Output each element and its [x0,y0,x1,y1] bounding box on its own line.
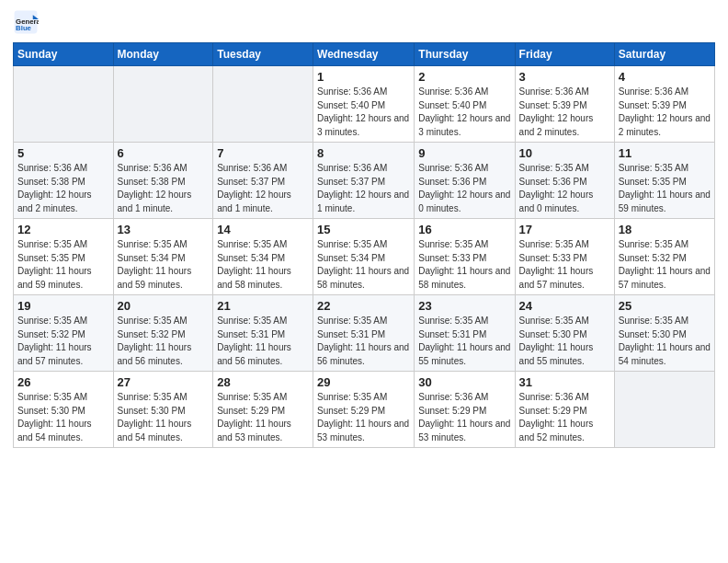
day-number: 9 [418,146,510,160]
day-number: 31 [519,375,610,389]
day-cell: 8Sunrise: 5:36 AM Sunset: 5:37 PM Daylig… [313,143,415,219]
day-cell: 19Sunrise: 5:35 AM Sunset: 5:32 PM Dayli… [14,295,114,372]
day-cell: 13Sunrise: 5:35 AM Sunset: 5:34 PM Dayli… [113,219,213,295]
day-number: 14 [217,223,309,236]
day-number: 12 [17,223,109,236]
day-number: 19 [17,299,109,313]
day-cell: 28Sunrise: 5:35 AM Sunset: 5:29 PM Dayli… [213,372,313,448]
day-cell: 30Sunrise: 5:36 AM Sunset: 5:29 PM Dayli… [415,372,515,448]
weekday-header-row: SundayMondayTuesdayWednesdayThursdayFrid… [14,43,715,66]
day-info: Sunrise: 5:35 AM Sunset: 5:32 PM Dayligh… [17,315,109,368]
day-cell: 14Sunrise: 5:35 AM Sunset: 5:34 PM Dayli… [213,219,313,295]
week-row-1: 1Sunrise: 5:36 AM Sunset: 5:40 PM Daylig… [14,66,715,143]
day-number: 29 [317,375,410,389]
day-info: Sunrise: 5:35 AM Sunset: 5:34 PM Dayligh… [317,238,410,292]
day-info: Sunrise: 5:35 AM Sunset: 5:29 PM Dayligh… [317,391,410,444]
day-cell: 22Sunrise: 5:35 AM Sunset: 5:31 PM Dayli… [313,295,415,372]
weekday-header-wednesday: Wednesday [313,43,415,66]
day-info: Sunrise: 5:36 AM Sunset: 5:29 PM Dayligh… [418,391,510,444]
day-number: 27 [118,375,210,389]
day-info: Sunrise: 5:35 AM Sunset: 5:33 PM Dayligh… [519,238,610,292]
day-info: Sunrise: 5:35 AM Sunset: 5:34 PM Dayligh… [217,238,309,292]
day-cell: 15Sunrise: 5:35 AM Sunset: 5:34 PM Dayli… [313,219,415,295]
day-cell [614,372,714,448]
day-number: 20 [118,299,210,313]
logo-icon: General Blue [13,9,39,35]
day-cell: 2Sunrise: 5:36 AM Sunset: 5:40 PM Daylig… [415,66,515,143]
day-info: Sunrise: 5:36 AM Sunset: 5:37 PM Dayligh… [317,162,410,215]
day-cell: 27Sunrise: 5:35 AM Sunset: 5:30 PM Dayli… [113,372,213,448]
day-info: Sunrise: 5:35 AM Sunset: 5:32 PM Dayligh… [619,238,711,292]
day-info: Sunrise: 5:35 AM Sunset: 5:33 PM Dayligh… [418,238,510,292]
day-cell: 20Sunrise: 5:35 AM Sunset: 5:32 PM Dayli… [113,295,213,372]
day-info: Sunrise: 5:36 AM Sunset: 5:29 PM Dayligh… [519,391,610,444]
day-number: 17 [519,223,610,236]
logo: General Blue [13,9,42,35]
day-cell: 31Sunrise: 5:36 AM Sunset: 5:29 PM Dayli… [515,372,614,448]
day-number: 21 [217,299,309,313]
day-cell: 29Sunrise: 5:35 AM Sunset: 5:29 PM Dayli… [313,372,415,448]
day-info: Sunrise: 5:35 AM Sunset: 5:31 PM Dayligh… [317,315,410,368]
day-info: Sunrise: 5:35 AM Sunset: 5:35 PM Dayligh… [619,162,711,215]
day-cell [14,66,114,143]
day-number: 10 [519,146,610,160]
day-cell: 24Sunrise: 5:35 AM Sunset: 5:30 PM Dayli… [515,295,614,372]
day-number: 24 [519,299,610,313]
day-cell: 10Sunrise: 5:35 AM Sunset: 5:36 PM Dayli… [515,143,614,219]
day-cell: 17Sunrise: 5:35 AM Sunset: 5:33 PM Dayli… [515,219,614,295]
day-number: 1 [317,70,410,84]
day-info: Sunrise: 5:35 AM Sunset: 5:35 PM Dayligh… [17,238,109,292]
day-cell: 23Sunrise: 5:35 AM Sunset: 5:31 PM Dayli… [415,295,515,372]
day-number: 18 [619,223,711,236]
day-info: Sunrise: 5:35 AM Sunset: 5:30 PM Dayligh… [17,391,109,444]
day-cell: 7Sunrise: 5:36 AM Sunset: 5:37 PM Daylig… [213,143,313,219]
day-cell: 6Sunrise: 5:36 AM Sunset: 5:38 PM Daylig… [113,143,213,219]
day-cell: 3Sunrise: 5:36 AM Sunset: 5:39 PM Daylig… [515,66,614,143]
day-number: 6 [118,146,210,160]
week-row-4: 19Sunrise: 5:35 AM Sunset: 5:32 PM Dayli… [14,295,715,372]
svg-text:Blue: Blue [16,24,32,32]
day-cell: 4Sunrise: 5:36 AM Sunset: 5:39 PM Daylig… [614,66,714,143]
page: General Blue SundayMondayTuesdayWednesda… [0,0,728,563]
weekday-header-tuesday: Tuesday [213,43,313,66]
day-number: 2 [418,70,510,84]
day-cell: 16Sunrise: 5:35 AM Sunset: 5:33 PM Dayli… [415,219,515,295]
day-number: 26 [17,375,109,389]
day-cell: 26Sunrise: 5:35 AM Sunset: 5:30 PM Dayli… [14,372,114,448]
day-number: 30 [418,375,510,389]
day-info: Sunrise: 5:35 AM Sunset: 5:31 PM Dayligh… [217,315,309,368]
day-number: 8 [317,146,410,160]
day-info: Sunrise: 5:35 AM Sunset: 5:30 PM Dayligh… [519,315,610,368]
day-info: Sunrise: 5:36 AM Sunset: 5:37 PM Dayligh… [217,162,309,215]
weekday-header-monday: Monday [113,43,213,66]
day-cell: 12Sunrise: 5:35 AM Sunset: 5:35 PM Dayli… [14,219,114,295]
day-info: Sunrise: 5:35 AM Sunset: 5:29 PM Dayligh… [217,391,309,444]
day-number: 13 [118,223,210,236]
day-info: Sunrise: 5:36 AM Sunset: 5:39 PM Dayligh… [619,86,711,139]
day-cell: 1Sunrise: 5:36 AM Sunset: 5:40 PM Daylig… [313,66,415,143]
day-info: Sunrise: 5:36 AM Sunset: 5:39 PM Dayligh… [519,86,610,139]
week-row-5: 26Sunrise: 5:35 AM Sunset: 5:30 PM Dayli… [14,372,715,448]
day-number: 11 [619,146,711,160]
weekday-header-saturday: Saturday [614,43,714,66]
day-number: 25 [619,299,711,313]
day-info: Sunrise: 5:35 AM Sunset: 5:34 PM Dayligh… [118,238,210,292]
calendar: SundayMondayTuesdayWednesdayThursdayFrid… [13,42,715,448]
day-info: Sunrise: 5:36 AM Sunset: 5:38 PM Dayligh… [118,162,210,215]
day-info: Sunrise: 5:35 AM Sunset: 5:36 PM Dayligh… [519,162,610,215]
weekday-header-thursday: Thursday [415,43,515,66]
day-cell [213,66,313,143]
day-info: Sunrise: 5:35 AM Sunset: 5:32 PM Dayligh… [118,315,210,368]
day-info: Sunrise: 5:36 AM Sunset: 5:40 PM Dayligh… [418,86,510,139]
day-cell: 25Sunrise: 5:35 AM Sunset: 5:30 PM Dayli… [614,295,714,372]
day-info: Sunrise: 5:36 AM Sunset: 5:38 PM Dayligh… [17,162,109,215]
week-row-2: 5Sunrise: 5:36 AM Sunset: 5:38 PM Daylig… [14,143,715,219]
day-number: 4 [619,70,711,84]
day-cell: 9Sunrise: 5:36 AM Sunset: 5:36 PM Daylig… [415,143,515,219]
day-info: Sunrise: 5:35 AM Sunset: 5:30 PM Dayligh… [619,315,711,368]
week-row-3: 12Sunrise: 5:35 AM Sunset: 5:35 PM Dayli… [14,219,715,295]
weekday-header-friday: Friday [515,43,614,66]
day-cell: 5Sunrise: 5:36 AM Sunset: 5:38 PM Daylig… [14,143,114,219]
day-number: 28 [217,375,309,389]
day-number: 23 [418,299,510,313]
